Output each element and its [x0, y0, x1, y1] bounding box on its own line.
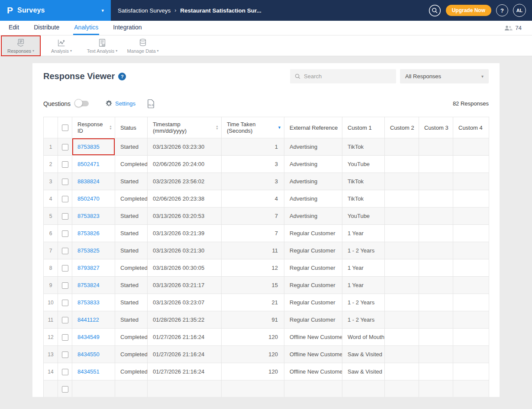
- column-label: Response ID: [77, 121, 106, 134]
- search-icon[interactable]: [429, 4, 441, 17]
- column-header-time-taken-seconds[interactable]: Time Taken (Seconds)▼: [222, 117, 284, 138]
- row-checkbox[interactable]: [62, 213, 68, 220]
- response-id-link[interactable]: 8753826: [77, 230, 100, 236]
- time-taken-cell: 3: [222, 173, 284, 190]
- status-cell: Started: [115, 311, 148, 329]
- time-taken-cell: 7: [222, 208, 284, 225]
- response-id-link[interactable]: 8838824: [77, 178, 100, 185]
- table-row: 98753824Started03/13/2026 03:21:1715Regu…: [44, 277, 489, 294]
- tab-integration[interactable]: Integration: [112, 21, 142, 35]
- response-id-link[interactable]: 8434549: [77, 334, 100, 340]
- row-checkbox[interactable]: [62, 369, 68, 375]
- response-id-link[interactable]: 8502470: [77, 195, 100, 202]
- response-id-link[interactable]: 8753833: [77, 299, 100, 306]
- sort-icon[interactable]: ▲▼: [216, 125, 219, 130]
- response-id-link[interactable]: 8753825: [77, 247, 100, 254]
- status-cell: Started: [115, 208, 148, 225]
- timestamp-cell: 03/13/2026 03:23:30: [148, 138, 222, 156]
- topbar-actions: Upgrade Now ? AL: [429, 4, 532, 17]
- breadcrumb-item[interactable]: Satisfaction Surveys: [118, 7, 171, 14]
- custom2-cell: [385, 380, 419, 397]
- row-checkbox[interactable]: [62, 334, 68, 341]
- response-id-link[interactable]: 8434551: [77, 368, 100, 375]
- response-id-link[interactable]: 8753823: [77, 213, 100, 219]
- row-number: 4: [44, 190, 58, 208]
- custom4-cell: [453, 259, 489, 277]
- toolbar-item-text-analysis[interactable]: Text Analysis▾: [83, 36, 121, 55]
- row-checkbox[interactable]: [62, 144, 68, 150]
- product-switcher[interactable]: P Surveys ▾: [0, 0, 111, 21]
- help-button[interactable]: ?: [496, 4, 508, 16]
- table-row: 148434551Completed01/27/2026 21:16:24120…: [44, 363, 489, 380]
- external-reference-cell: Regular Customer: [284, 311, 342, 329]
- responses-filter-dropdown[interactable]: All Responses ▾: [400, 69, 489, 83]
- avatar[interactable]: AL: [513, 4, 526, 17]
- main-area: Response Viewer ? All Responses ▾ Questi…: [0, 56, 532, 409]
- select-all-cell: [58, 117, 72, 138]
- row-number: 9: [44, 277, 58, 294]
- help-badge[interactable]: ?: [118, 73, 126, 80]
- custom1-cell: Saw & Visited: [342, 363, 385, 380]
- search-input[interactable]: [304, 73, 392, 80]
- column-header-timestamp-mm-dd-yyyy[interactable]: Timestamp (mm/dd/yyyy)▲▼: [148, 117, 222, 138]
- status-cell: Completed: [115, 156, 148, 173]
- custom1-cell: Word of Mouth: [342, 329, 385, 346]
- upgrade-button[interactable]: Upgrade Now: [446, 5, 491, 16]
- row-checkbox-cell: [58, 380, 72, 397]
- settings-button[interactable]: Settings: [105, 100, 135, 107]
- tab-distribute[interactable]: Distribute: [33, 21, 60, 35]
- filter-selected-value: All Responses: [405, 73, 441, 80]
- time-taken-cell: 4: [222, 190, 284, 208]
- respondent-counter[interactable]: 74: [504, 21, 532, 35]
- toolbar-item-analysis[interactable]: Analysis▾: [42, 36, 81, 55]
- custom3-cell: [419, 138, 453, 156]
- tab-edit[interactable]: Edit: [8, 21, 20, 35]
- response-id-link[interactable]: 8502471: [77, 161, 100, 167]
- toolbar-item-responses[interactable]: Responses▾: [2, 36, 40, 55]
- row-checkbox-cell: [58, 259, 72, 277]
- sort-active-icon[interactable]: ▼: [277, 125, 281, 130]
- column-header-response-id[interactable]: Response ID▲▼: [72, 117, 115, 138]
- row-checkbox[interactable]: [62, 161, 68, 168]
- select-all-checkbox[interactable]: [62, 125, 68, 131]
- response-id-link[interactable]: 8434550: [77, 351, 100, 358]
- response-id-link[interactable]: 8753835: [77, 144, 100, 150]
- toolbar-item-manage-data[interactable]: Manage Data▾: [124, 36, 162, 55]
- custom3-cell: [419, 242, 453, 259]
- questions-toggle[interactable]: [76, 101, 89, 106]
- survey-nav: EditDistributeAnalyticsIntegration 74: [0, 21, 532, 35]
- response-id-cell: 8441122: [72, 311, 115, 329]
- export-xls-button[interactable]: XLS: [147, 99, 155, 109]
- row-checkbox[interactable]: [62, 386, 68, 393]
- breadcrumb-item[interactable]: Restaurant Satisfaction Sur...: [180, 7, 261, 14]
- time-taken-cell: 21: [222, 294, 284, 311]
- row-number: 13: [44, 346, 58, 363]
- row-checkbox[interactable]: [62, 282, 68, 289]
- respondent-count: 74: [516, 25, 522, 31]
- column-label: External Reference: [290, 125, 338, 131]
- custom1-cell: 1 - 2 Years: [342, 242, 385, 259]
- row-checkbox[interactable]: [62, 300, 68, 306]
- row-checkbox[interactable]: [62, 248, 68, 254]
- row-checkbox[interactable]: [62, 230, 68, 237]
- response-id-link[interactable]: 8753824: [77, 282, 100, 288]
- timestamp-cell: 03/13/2026 03:21:17: [148, 277, 222, 294]
- response-id-link[interactable]: 8793827: [77, 265, 100, 271]
- table-row: 108753833Started03/13/2026 03:23:0721Reg…: [44, 294, 489, 311]
- row-checkbox[interactable]: [62, 265, 68, 272]
- row-checkbox[interactable]: [62, 351, 68, 358]
- custom3-cell: [419, 225, 453, 242]
- response-id-link[interactable]: 8441122: [77, 316, 99, 323]
- xls-label: XLS: [148, 103, 154, 106]
- external-reference-cell: Offline New Customer: [284, 346, 342, 363]
- tab-analytics[interactable]: Analytics: [73, 21, 99, 35]
- custom2-cell: [385, 329, 419, 346]
- custom3-cell: [419, 311, 453, 329]
- row-checkbox[interactable]: [62, 317, 68, 323]
- status-cell: Started: [115, 173, 148, 190]
- sort-icon[interactable]: ▲▼: [109, 125, 112, 130]
- row-checkbox[interactable]: [62, 196, 68, 202]
- column-header-status: Status: [115, 117, 148, 138]
- table-row: 18753835Started03/13/2026 03:23:301Adver…: [44, 138, 489, 156]
- row-checkbox[interactable]: [62, 179, 68, 185]
